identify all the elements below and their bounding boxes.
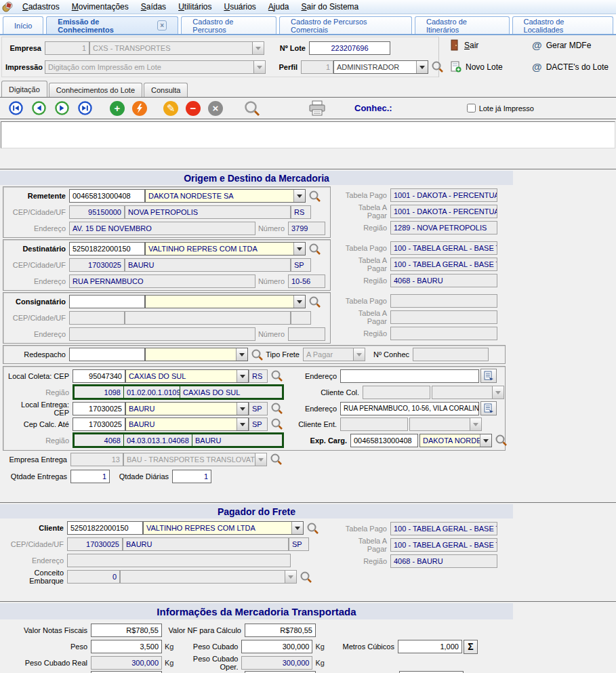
gerar-mdfe-button[interactable]: @ Gerar MDFe — [532, 39, 591, 51]
search-icon[interactable] — [306, 522, 319, 535]
sum-button[interactable]: Σ — [464, 640, 478, 654]
search-icon[interactable] — [495, 434, 508, 447]
search-icon[interactable] — [431, 60, 444, 73]
tab-inicio[interactable]: Início — [3, 16, 43, 34]
dacte-do-lote-button[interactable]: @ DACTE's do Lote — [532, 61, 609, 73]
valor-nf-calculo-input[interactable]: R$780,55 — [245, 624, 316, 637]
coleta-cidade-combo[interactable]: CAXIAS DO SUL — [125, 369, 249, 383]
qtdade-diarias-input[interactable]: 1 — [172, 470, 211, 483]
sub-tab-bar: Digitação Conhecimentos do Lote Consulta — [0, 80, 616, 97]
chevron-down-icon[interactable] — [293, 295, 305, 308]
menu-movimentacoes[interactable]: Movimentações — [66, 1, 134, 13]
chevron-down-icon[interactable] — [480, 434, 491, 447]
search-icon[interactable] — [308, 243, 321, 256]
chevron-down-icon[interactable] — [293, 243, 305, 255]
tab-cadastro-de-itinerarios[interactable]: Cadastro de Itinerários — [415, 16, 510, 34]
entrega-cep-input[interactable]: 17030025 — [73, 402, 125, 415]
subtab-digitacao[interactable]: Digitação — [1, 81, 47, 97]
menu-sair-do-sistema[interactable]: Sair do Sistema — [296, 1, 365, 13]
redespacho-code-input[interactable] — [69, 348, 145, 361]
search-icon[interactable] — [270, 369, 283, 382]
sair-button[interactable]: Sair — [451, 39, 478, 51]
novo-lote-button[interactable]: Novo Lote — [451, 61, 503, 73]
destinatario-regiao-field: 4068 - BAURU — [390, 274, 497, 287]
search-icon[interactable] — [270, 417, 283, 430]
subtab-consulta[interactable]: Consulta — [144, 83, 188, 97]
destinatario-name-combo[interactable]: VALTINHO REPRES COM LTDA — [145, 242, 306, 256]
delete-record-button[interactable]: − — [186, 101, 201, 116]
kg-label: Kg — [165, 659, 173, 667]
search-icon[interactable] — [300, 571, 312, 584]
search-records-icon[interactable] — [243, 100, 261, 117]
exp-carg-combo[interactable]: DAKOTA NORDES — [419, 434, 492, 447]
search-icon[interactable] — [270, 453, 283, 466]
empresa-label: Empresa — [5, 44, 45, 52]
search-icon[interactable] — [270, 402, 283, 415]
valor-notas-fiscais-input[interactable]: R$780,55 — [91, 624, 162, 637]
tab-emissao-de-conhecimentos[interactable]: Emissão de Conhecimentos × — [46, 16, 178, 34]
chevron-down-icon[interactable] — [237, 403, 248, 415]
peso-input[interactable]: 3,500 — [91, 640, 162, 653]
menu-saidas[interactable]: Saídas — [136, 1, 171, 13]
kg-label: Kg — [165, 643, 173, 651]
exp-carg-code-input[interactable]: 00465813000408 — [350, 434, 418, 447]
chevron-down-icon[interactable] — [416, 61, 428, 73]
qtdade-entregas-input[interactable]: 1 — [70, 470, 110, 483]
cep-calc-cidade-combo[interactable]: BAURU — [125, 417, 249, 431]
redespacho-name-combo[interactable] — [145, 348, 248, 361]
n-conhec-field — [413, 348, 489, 361]
menu-usuarios[interactable]: Usuários — [218, 1, 261, 13]
search-icon[interactable] — [308, 295, 321, 308]
conhecimento-display-area[interactable] — [1, 121, 615, 148]
print-icon[interactable] — [308, 100, 326, 117]
menu-utilitarios[interactable]: Utilitários — [173, 1, 217, 13]
perfil-combo[interactable]: ADMINISTRADOR — [333, 60, 428, 74]
remetente-name-combo[interactable]: DAKOTA NORDESTE SA — [145, 189, 306, 203]
chevron-down-icon[interactable] — [237, 418, 248, 430]
lote-field[interactable]: 223207696 — [309, 41, 390, 55]
empresa-code-field: 1 — [45, 41, 89, 55]
chevron-down-icon[interactable] — [236, 348, 247, 361]
destinatario-label: Destinatário — [5, 245, 69, 253]
last-record-icon[interactable] — [78, 101, 92, 115]
quick-save-button[interactable] — [132, 101, 147, 116]
menu-cadastros[interactable]: Cadastros — [17, 1, 65, 13]
remetente-cnpj-input[interactable]: 00465813000408 — [69, 189, 145, 203]
tab-cadastro-de-percursos[interactable]: Cadastro de Percursos — [181, 16, 276, 34]
address-lookup-button[interactable] — [480, 401, 497, 415]
checkbox-icon[interactable] — [467, 104, 476, 113]
entrega-endereco-input[interactable]: RUA PERNAMBUCO, 10-56, VILA CORALINA — [340, 402, 479, 415]
close-icon[interactable]: × — [157, 20, 167, 30]
peso-cubado-input[interactable]: 300,000 — [241, 640, 312, 653]
search-icon[interactable] — [251, 348, 264, 361]
cep-calc-input[interactable]: 17030025 — [73, 417, 125, 431]
chevron-down-icon[interactable] — [293, 190, 305, 202]
address-lookup-button[interactable] — [480, 369, 497, 383]
coleta-endereco-input[interactable] — [340, 369, 479, 383]
consignatario-name-combo[interactable] — [145, 295, 306, 308]
add-record-button[interactable]: + — [110, 101, 125, 116]
metros-cubicos-input[interactable]: 1,000 — [398, 640, 462, 653]
tabela-a-pagar-label: Tabela A Pagar — [342, 537, 390, 553]
menu-ajuda[interactable]: Ajuda — [263, 1, 295, 13]
consignatario-cnpj-input[interactable] — [69, 295, 145, 308]
first-record-icon[interactable] — [9, 101, 23, 115]
search-icon[interactable] — [308, 190, 321, 203]
next-record-icon[interactable] — [55, 101, 69, 115]
cliente-cnpj-input[interactable]: 52501822000150 — [67, 521, 143, 535]
entrega-cidade-combo[interactable]: BAURU — [125, 402, 249, 415]
tab-cadastro-de-localidades[interactable]: Cadastro de Localidades — [512, 16, 613, 34]
coleta-cep-input[interactable]: 95047340 — [73, 369, 125, 383]
chevron-down-icon[interactable] — [237, 370, 248, 382]
edit-record-button[interactable]: ✎ — [163, 101, 178, 116]
previous-record-icon[interactable] — [32, 101, 46, 115]
valor-nf-calculo-label: Valor NF para Cálculo — [162, 626, 245, 634]
qtdade-diarias-label: Qtdade Diárias — [110, 472, 172, 481]
cancel-button[interactable]: × — [208, 101, 223, 116]
chevron-down-icon[interactable] — [291, 522, 303, 534]
tab-cadastro-de-percursos-comerciais[interactable]: Cadastro de Percursos Comerciais — [279, 16, 412, 34]
cliente-name-combo[interactable]: VALTINHO REPRES COM LTDA — [143, 521, 304, 535]
lote-ja-impresso-checkbox[interactable]: Lote já Impresso — [467, 104, 534, 113]
subtab-conhecimentos-do-lote[interactable]: Conhecimentos do Lote — [49, 83, 142, 97]
destinatario-cnpj-input[interactable]: 52501822000150 — [69, 242, 145, 256]
